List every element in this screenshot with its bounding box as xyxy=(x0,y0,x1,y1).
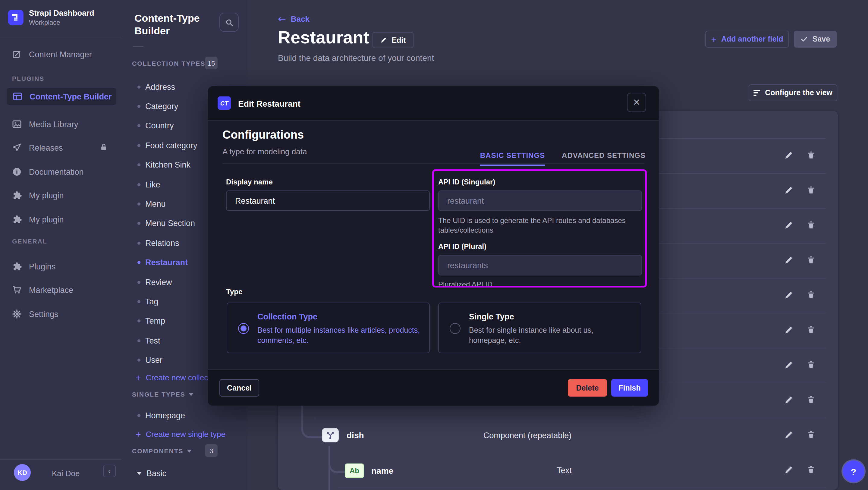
single-types-header[interactable]: SINGLE TYPES xyxy=(132,391,194,398)
modal-header: CT Edit Restaurant × xyxy=(208,86,659,121)
pencil-icon[interactable] xyxy=(784,255,793,265)
pencil-icon[interactable] xyxy=(784,326,793,335)
filter-icon xyxy=(753,90,760,96)
single-type-option[interactable]: Single Type Best for single instance lik… xyxy=(438,303,641,353)
trash-icon[interactable] xyxy=(807,255,815,265)
add-another-field-button[interactable]: + Add another field xyxy=(705,31,789,48)
edit-restaurant-modal: CT Edit Restaurant × Configurations A ty… xyxy=(208,86,659,406)
delete-button[interactable]: Delete xyxy=(568,379,607,397)
workspace-title: Strapi Dashboard xyxy=(29,8,94,18)
row-divider xyxy=(314,418,826,418)
chevron-down-icon xyxy=(189,393,194,396)
plugins-section-label: PLUGINS xyxy=(12,75,44,82)
configure-view-button[interactable]: Configure the view xyxy=(749,84,837,101)
save-button[interactable]: Save xyxy=(794,31,837,48)
pencil-icon[interactable] xyxy=(784,430,793,439)
field-type: Text xyxy=(474,466,655,475)
search-icon xyxy=(224,18,234,27)
pencil-icon[interactable] xyxy=(784,465,793,474)
collection-type-desc: Best for multiple instances like article… xyxy=(257,326,420,346)
type-label: Type xyxy=(226,287,242,296)
divider xyxy=(0,459,121,460)
sidebar-item-label: Releases xyxy=(29,143,63,152)
sidebar-item-label: Content-Type Builder xyxy=(30,92,112,101)
field-type: Component (repeatable) xyxy=(437,431,618,440)
sidebar-item-content-type-builder[interactable]: Content-Type Builder xyxy=(7,88,116,105)
row-actions xyxy=(784,326,815,335)
trash-icon[interactable] xyxy=(807,395,815,404)
row-actions xyxy=(784,255,815,265)
avatar[interactable]: KD xyxy=(14,464,31,481)
row-divider xyxy=(338,488,826,488)
collection-type-option[interactable]: Collection Type Best for multiple instan… xyxy=(227,303,430,353)
radio-selected-icon[interactable] xyxy=(238,323,249,334)
component-category-basic[interactable]: Basic xyxy=(137,465,166,481)
pencil-icon[interactable] xyxy=(784,395,793,404)
sidebar-item-documentation[interactable]: Documentation xyxy=(0,163,121,180)
back-link[interactable]: ←Back xyxy=(278,13,310,25)
trash-icon[interactable] xyxy=(807,151,815,160)
sidebar-item-settings[interactable]: Settings xyxy=(0,306,121,323)
sidebar-item-label: Documentation xyxy=(29,167,84,176)
trash-icon[interactable] xyxy=(807,360,815,369)
pen-square-icon xyxy=(12,50,22,59)
sidebar-item-content-manager[interactable]: Content Manager xyxy=(0,46,121,63)
single-type-desc: Best for single instance like about us, … xyxy=(469,326,632,346)
sidebar-item-my-plugin-1[interactable]: My plugin xyxy=(0,187,121,204)
cancel-button[interactable]: Cancel xyxy=(219,379,259,397)
tab-basic-settings[interactable]: BASIC SETTINGS xyxy=(480,151,545,166)
general-section-label: GENERAL xyxy=(12,238,47,245)
radio-unselected-icon[interactable] xyxy=(450,323,461,334)
help-button[interactable]: ? xyxy=(843,460,864,482)
workspace-header[interactable]: Strapi Dashboard Workplace xyxy=(0,0,121,37)
sidebar-item-my-plugin-2[interactable]: My plugin xyxy=(0,211,121,228)
sidebar-item-label: Plugins xyxy=(29,262,56,271)
collection-type-title: Collection Type xyxy=(257,312,317,321)
pencil-icon[interactable] xyxy=(784,221,793,229)
plus-icon: + xyxy=(711,34,716,44)
sidebar-item-marketplace[interactable]: Marketplace xyxy=(0,281,121,298)
trash-icon[interactable] xyxy=(807,465,815,474)
create-single-type-link[interactable]: +Create new single type xyxy=(135,427,225,441)
trash-icon[interactable] xyxy=(807,186,815,195)
collapse-sidebar-button[interactable]: ‹ xyxy=(103,465,116,477)
single-type-item-homepage[interactable]: Homepage xyxy=(121,406,248,425)
pencil-icon[interactable] xyxy=(784,151,793,160)
chevron-left-icon: ‹ xyxy=(108,467,111,475)
api-id-singular-input[interactable] xyxy=(438,190,642,211)
display-name-input[interactable] xyxy=(226,190,430,211)
modal-title: Edit Restaurant xyxy=(238,99,301,109)
chevron-down-icon xyxy=(137,471,142,474)
strapi-logo xyxy=(8,10,24,25)
trash-icon[interactable] xyxy=(807,221,815,229)
finish-button[interactable]: Finish xyxy=(611,379,648,397)
paper-plane-icon xyxy=(12,143,22,152)
collection-types-header[interactable]: COLLECTION TYPES xyxy=(132,60,214,67)
check-icon xyxy=(801,36,808,43)
pencil-icon[interactable] xyxy=(784,290,793,300)
configurations-subheading: A type for modeling data xyxy=(222,147,307,156)
pencil-icon[interactable] xyxy=(784,186,793,195)
tab-advanced-settings[interactable]: ADVANCED SETTINGS xyxy=(562,151,646,166)
pencil-icon[interactable] xyxy=(784,360,793,369)
trash-icon[interactable] xyxy=(807,430,815,439)
trash-icon[interactable] xyxy=(807,326,815,335)
layout-grid-icon xyxy=(13,92,22,101)
search-button[interactable] xyxy=(219,13,239,32)
close-button[interactable]: × xyxy=(627,93,646,112)
components-header[interactable]: COMPONENTS xyxy=(132,447,192,454)
plus-icon: + xyxy=(135,373,141,382)
lock-icon xyxy=(99,143,108,151)
panel-title: Content-Type Builder xyxy=(134,12,219,37)
page-subtitle: Build the data architecture of your cont… xyxy=(278,53,434,63)
sidebar-item-plugins[interactable]: Plugins xyxy=(0,258,121,275)
edit-button[interactable]: Edit xyxy=(373,32,413,48)
api-id-plural-input[interactable] xyxy=(438,255,642,275)
chevron-down-icon xyxy=(187,449,192,452)
sidebar-item-media-library[interactable]: Media Library xyxy=(0,116,121,132)
media-icon xyxy=(12,119,22,129)
sidebar-item-releases[interactable]: Releases xyxy=(0,139,121,156)
api-id-singular-help: The UID is used to generate the API rout… xyxy=(438,216,637,235)
trash-icon[interactable] xyxy=(807,290,815,300)
field-name: dish xyxy=(347,430,364,440)
